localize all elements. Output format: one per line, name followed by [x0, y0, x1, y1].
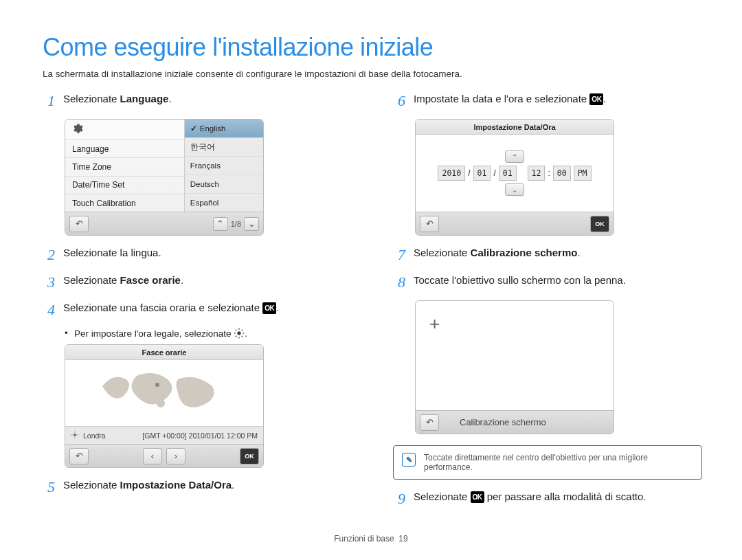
world-map: [65, 360, 263, 426]
page-indicator: 1/8: [231, 220, 241, 228]
step-bold: Calibrazione schermo: [471, 247, 578, 258]
month-field[interactable]: 01: [473, 166, 491, 181]
screenshot-calibration: + ↶ Calibrazione schermo: [415, 300, 614, 434]
hour-field[interactable]: 12: [528, 166, 546, 181]
chevron-up-icon: ⌃: [216, 219, 224, 229]
step-text: Toccate l'obiettivo sullo schermo con la…: [414, 273, 702, 293]
ok-icon: OK: [589, 93, 603, 105]
step-text: Impostate la data e l'ora e selezionate: [414, 93, 589, 104]
back-button[interactable]: ↶: [69, 448, 89, 464]
step-4: 4 Selezionate una fascia oraria e selezi…: [43, 300, 352, 321]
value-down-button[interactable]: ⌄: [505, 183, 524, 196]
svg-point-10: [155, 383, 159, 387]
next-button[interactable]: ›: [166, 448, 186, 464]
back-icon: ↶: [76, 219, 83, 229]
step-text: Selezionate: [63, 479, 120, 491]
world-map-icon: [95, 366, 233, 421]
cal-footer-label: Calibrazione schermo: [460, 417, 546, 427]
step-number: 2: [43, 243, 55, 266]
back-icon: ↶: [426, 219, 434, 229]
step-text: Selezionate: [414, 491, 471, 502]
svg-point-0: [238, 331, 241, 335]
step-8: 8 Toccate l'obiettivo sullo schermo con …: [393, 273, 702, 293]
dst-sun-icon: [234, 328, 245, 339]
menu-item-touchcal[interactable]: Touch Calibration: [65, 194, 184, 212]
step-5: 5 Selezionate Impostazione Data/Ora.: [43, 478, 352, 498]
lang-option-french[interactable]: Français: [185, 157, 263, 175]
tz-city: Londra: [83, 432, 106, 440]
year-field[interactable]: 2010: [438, 166, 465, 181]
svg-point-11: [74, 434, 76, 436]
page-title: Come eseguire l'installazione iniziale: [43, 33, 702, 62]
footer-page: 19: [398, 534, 407, 544]
screenshot-timezone: Fasce orarie Londra [GMT +00:00] 2010/01…: [65, 344, 264, 468]
ok-icon: OK: [471, 491, 484, 503]
chevron-down-icon: ⌄: [512, 186, 517, 194]
ok-icon: OK: [245, 453, 254, 460]
tz-info-bar: Londra [GMT +00:00] 2010/01/01 12:00 PM: [65, 426, 263, 444]
tz-status: [GMT +00:00] 2010/01/01 12:00 PM: [142, 432, 258, 440]
page-footer: Funzioni di base 19: [0, 534, 742, 544]
step-7: 7 Selezionate Calibrazione schermo.: [393, 245, 702, 266]
dst-icon: [71, 431, 79, 440]
step-number: 4: [43, 298, 55, 321]
back-button[interactable]: ↶: [420, 414, 439, 431]
lang-option-korean[interactable]: 한국어: [185, 138, 263, 157]
back-icon: ↶: [76, 451, 83, 461]
back-button[interactable]: ↶: [420, 216, 439, 232]
ampm-field[interactable]: PM: [574, 166, 592, 181]
check-icon: ✓: [190, 124, 197, 133]
chevron-down-icon: ⌄: [248, 219, 256, 229]
prev-button[interactable]: ‹: [143, 448, 162, 464]
step-9: 9 Selezionate OK per passare alla modali…: [393, 489, 702, 510]
pager: ⌃ 1/8 ⌄: [213, 217, 259, 231]
datetime-fields: 2010 / 01 / 01 12 : 00 PM: [438, 166, 591, 181]
step-number: 7: [393, 243, 405, 266]
value-up-button[interactable]: ⌃: [505, 150, 524, 163]
step-text: Selezionate: [63, 93, 120, 104]
settings-header: [65, 120, 184, 140]
step-6: 6 Impostate la data e l'ora e selezionat…: [393, 91, 702, 112]
calibration-target-icon[interactable]: +: [429, 313, 440, 335]
back-button[interactable]: ↶: [69, 216, 89, 232]
footer-section: Funzioni di base: [334, 534, 394, 544]
dt-title: Impostazione Data/Ora: [416, 120, 614, 135]
step-bold: Language: [120, 93, 169, 104]
day-field[interactable]: 01: [499, 166, 517, 181]
page-up-button[interactable]: ⌃: [213, 217, 228, 231]
svg-line-8: [242, 330, 243, 331]
step-4-bullet: Per impostare l'ora legale, selezionate …: [65, 328, 352, 339]
step-3: 3 Selezionate Fasce orarie.: [43, 273, 352, 293]
ok-button[interactable]: OK: [590, 216, 609, 232]
step-bold: Impostazione Data/Ora: [120, 479, 232, 491]
svg-point-9: [157, 399, 165, 407]
page-down-button[interactable]: ⌄: [244, 217, 259, 231]
step-text: Selezionate una fascia oraria e selezion…: [63, 302, 262, 313]
menu-item-datetime[interactable]: Date/Time Set: [65, 177, 184, 194]
minute-field[interactable]: 00: [553, 166, 571, 181]
left-column: 1 Selezionate Language. Language Time Zo…: [43, 91, 352, 517]
menu-item-timezone[interactable]: Time Zone: [65, 158, 184, 176]
step-number: 5: [43, 475, 55, 498]
chevron-up-icon: ⌃: [512, 153, 517, 161]
screenshot-language: Language Time Zone Date/Time Set Touch C…: [65, 119, 264, 236]
ok-button[interactable]: OK: [240, 448, 259, 464]
gear-icon: [71, 122, 83, 137]
menu-item-language[interactable]: Language: [65, 140, 184, 158]
svg-line-6: [242, 336, 243, 337]
lang-option-english[interactable]: ✓English: [185, 120, 263, 138]
lang-option-spanish[interactable]: Español: [185, 194, 263, 212]
step-number: 6: [393, 89, 405, 112]
tz-title: Fasce orarie: [65, 345, 263, 360]
screenshot-datetime: Impostazione Data/Ora ⌃ 2010 / 01 / 01 1…: [415, 119, 614, 236]
ok-icon: OK: [595, 221, 605, 227]
chevron-right-icon: ›: [175, 451, 177, 461]
svg-line-7: [236, 336, 236, 337]
lang-option-german[interactable]: Deutsch: [185, 175, 263, 194]
step-text: Selezionate: [414, 247, 471, 258]
step-number: 8: [393, 271, 405, 293]
step-text: Selezionate la lingua.: [63, 245, 352, 266]
note-text: Toccate direttamente nel centro dell'obi…: [424, 453, 693, 472]
step-number: 9: [393, 487, 405, 510]
step-2: 2 Selezionate la lingua.: [43, 245, 352, 266]
